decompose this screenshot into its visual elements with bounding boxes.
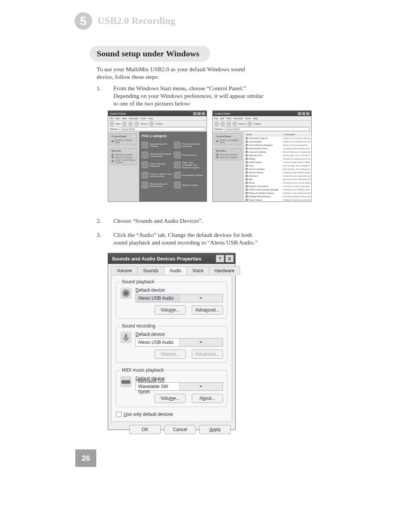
apply-button[interactable]: Apply: [199, 425, 231, 434]
menu-help[interactable]: Help: [253, 117, 258, 120]
midi-device-combo[interactable]: Microsoft GS Wavetable SW Synth: [135, 382, 223, 391]
menu-favorites[interactable]: Favorites: [129, 117, 139, 120]
back-icon[interactable]: [110, 121, 114, 126]
recording-advanced-button[interactable]: Advanced...: [192, 350, 223, 359]
tab-audio[interactable]: Audio: [164, 266, 187, 275]
menu-help[interactable]: Help: [148, 117, 153, 120]
minimize-icon[interactable]: [193, 112, 197, 115]
list-item[interactable]: Administrative ToolsConfigure administra…: [245, 147, 311, 150]
category-item[interactable]: Security Center: [174, 182, 205, 189]
header-comments[interactable]: Comments: [283, 133, 311, 136]
list-item[interactable]: Accessibility OptionsAdjust your compute…: [245, 136, 311, 140]
header-name[interactable]: Name: [245, 133, 283, 136]
list-item[interactable]: Folder OptionsCustomize the display of f…: [245, 160, 311, 164]
collapse-icon[interactable]: [132, 135, 135, 138]
menu-tools[interactable]: Tools: [141, 117, 146, 120]
list-item[interactable]: FontsAdd, change, and manage fonts...: [245, 164, 311, 167]
category-item[interactable]: Appearance and Themes: [142, 142, 172, 149]
playback-volume-button[interactable]: Volume...: [155, 305, 186, 315]
list-item[interactable]: MouseCustomize your mouse settings...: [245, 181, 311, 184]
close-icon[interactable]: [201, 112, 205, 115]
see-also-link[interactable]: Help and Support: [112, 156, 135, 158]
list-item[interactable]: Portable Media DevicesView the portable …: [245, 195, 311, 198]
list-item[interactable]: DisplayChange the appearance of you...: [245, 157, 311, 160]
classic-list-view: Name Comments Accessibility OptionsAdjus…: [244, 132, 311, 201]
address-field[interactable]: Control Panel: [119, 127, 205, 131]
chevron-down-icon[interactable]: [179, 339, 223, 346]
tab-volume[interactable]: Volume: [111, 266, 138, 275]
up-icon[interactable]: [226, 121, 231, 126]
minimize-icon[interactable]: [298, 112, 301, 115]
collapse-icon[interactable]: [132, 149, 135, 152]
address-field[interactable]: Control Panel: [224, 127, 310, 131]
menu-bar: File Edit View Favorites Tools Help: [108, 116, 207, 121]
list-item[interactable]: KeyboardCustomize your keyboard setti...: [245, 174, 311, 177]
menu-tools[interactable]: Tools: [245, 117, 251, 120]
search-icon[interactable]: [233, 121, 237, 126]
category-item[interactable]: Add or Remove Programs: [142, 161, 172, 169]
category-item[interactable]: Network and Internet Connections: [142, 152, 172, 158]
maximize-icon[interactable]: [302, 112, 306, 115]
forward-icon[interactable]: [122, 121, 127, 126]
category-item[interactable]: Accessibility Options: [174, 172, 205, 179]
list-item[interactable]: Network ConnectionsConnects to other com…: [245, 184, 311, 188]
see-also-link[interactable]: Help and Support: [216, 156, 240, 158]
link-label: Help and Support: [115, 156, 133, 158]
collapse-icon[interactable]: [237, 135, 240, 138]
switch-view-link[interactable]: Switch to Category View: [216, 139, 240, 144]
help-icon[interactable]: ?: [216, 255, 224, 262]
list-item[interactable]: Game ControllersAdd, remove, and configu…: [245, 167, 311, 171]
cancel-button[interactable]: Cancel: [164, 425, 196, 434]
list-item[interactable]: Date and TimeSet the date, time, and tim…: [245, 153, 311, 157]
search-icon[interactable]: [134, 121, 139, 126]
collapse-icon[interactable]: [237, 149, 240, 152]
list-item[interactable]: MailMicrosoft Office Outlook Profiles: [245, 177, 311, 181]
chevron-down-icon[interactable]: [179, 383, 223, 390]
use-only-default-checkbox[interactable]: [116, 412, 121, 417]
up-icon[interactable]: [128, 121, 133, 126]
tab-voice[interactable]: Voice: [186, 266, 209, 275]
menu-view[interactable]: View: [122, 117, 127, 120]
folders-icon[interactable]: [149, 121, 154, 126]
list-item[interactable]: Power OptionsConfigure energy-saving set…: [245, 198, 311, 201]
see-also-link[interactable]: Other Control Panel Options: [112, 159, 135, 163]
list-item[interactable]: Add HardwareInstalls and troubleshoots h…: [245, 140, 311, 143]
category-item[interactable]: Date, Time, Language, and Regional Optio…: [174, 161, 205, 169]
menu-edit[interactable]: Edit: [220, 117, 224, 120]
ok-button[interactable]: OK: [129, 425, 161, 434]
window-buttons: [193, 112, 205, 115]
switch-view-link[interactable]: Switch to Classic View: [112, 139, 135, 144]
midi-about-button[interactable]: About...: [192, 394, 223, 403]
category-item[interactable]: Printers and Other Hardware: [174, 142, 205, 149]
menu-file[interactable]: File: [110, 117, 113, 120]
playback-device-combo[interactable]: Alesis USB Audio: [135, 294, 223, 302]
menu-view[interactable]: View: [226, 117, 231, 120]
menu-favorites[interactable]: Favorites: [234, 117, 243, 120]
recording-volume-button[interactable]: Volume...: [155, 350, 186, 359]
category-item[interactable]: User Accounts: [174, 152, 205, 158]
maximize-icon[interactable]: [197, 112, 201, 115]
list-item[interactable]: Add or Remove ProgramsInstall or remove …: [245, 143, 311, 147]
menu-edit[interactable]: Edit: [116, 117, 119, 120]
list-item[interactable]: Automatic UpdatesSet up Windows to autom…: [245, 150, 311, 153]
close-icon[interactable]: X: [225, 255, 234, 262]
close-icon[interactable]: [306, 112, 310, 115]
item-comment: Adjust your computer settings...: [283, 137, 311, 139]
see-also-link[interactable]: Windows Update: [112, 153, 135, 156]
menu-file[interactable]: File: [214, 117, 218, 120]
midi-volume-button[interactable]: Volume...: [155, 394, 186, 403]
folders-icon[interactable]: [247, 121, 252, 126]
forward-icon[interactable]: [220, 121, 225, 126]
recording-device-combo[interactable]: Alesis USB Audio: [135, 338, 223, 347]
playback-advanced-button[interactable]: Advanced...: [192, 305, 223, 315]
category-item[interactable]: Sounds, Speech, and Audio Devices: [142, 172, 172, 179]
tab-sounds[interactable]: Sounds: [137, 266, 164, 275]
list-item[interactable]: NVIDIA nView Desktop ManagerConfigure yo…: [245, 188, 311, 191]
list-item[interactable]: Internet OptionsConfigure your Internet …: [245, 171, 311, 174]
category-item[interactable]: Performance and Maintenance: [142, 182, 172, 189]
tab-hardware[interactable]: Hardware: [209, 266, 240, 275]
list-item[interactable]: Phone and Modem OptionsConfigure your te…: [245, 191, 311, 195]
see-also-link[interactable]: Windows Update: [216, 153, 240, 156]
chevron-down-icon[interactable]: [179, 294, 223, 302]
back-icon[interactable]: [214, 121, 219, 126]
